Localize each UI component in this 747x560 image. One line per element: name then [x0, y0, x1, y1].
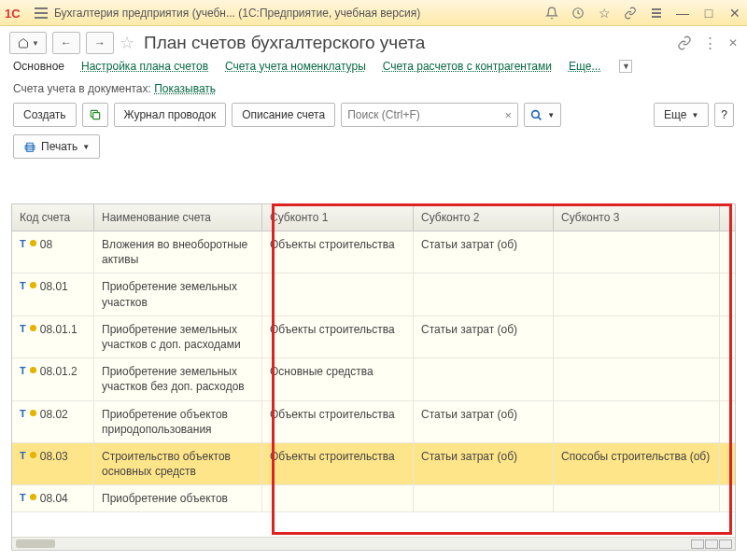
filter-link[interactable]: Показывать: [154, 82, 216, 95]
horizontal-scrollbar[interactable]: [12, 537, 735, 550]
system-icons: ☆ — □ ✕: [543, 5, 743, 21]
description-button[interactable]: Описание счета: [232, 103, 335, 127]
close-window-button[interactable]: ✕: [726, 5, 743, 21]
page-title: План счетов бухгалтерского учета: [144, 33, 671, 53]
history-icon[interactable]: [570, 5, 586, 21]
back-button[interactable]: ←: [52, 32, 80, 54]
col-header-name[interactable]: Наименование счета: [94, 204, 262, 231]
filter-label: Счета учета в документах:: [13, 82, 151, 95]
print-button[interactable]: Печать ▼: [13, 134, 100, 159]
table-row[interactable]: T08.03Строительство объектов основных ср…: [12, 443, 735, 485]
forward-button[interactable]: →: [86, 32, 114, 54]
window-title: Бухгалтерия предприятия (учебн... (1С:Пр…: [54, 7, 420, 20]
tab-more-dropdown[interactable]: ▼: [619, 60, 632, 73]
toolbar: Создать Журнал проводок Описание счета ×…: [0, 103, 747, 134]
accounts-table: Код счета Наименование счета Субконто 1 …: [11, 203, 736, 551]
table-row[interactable]: T08.01Приобретение земельных участков: [12, 273, 735, 315]
scrollbar-thumb[interactable]: [16, 539, 55, 548]
table-row[interactable]: T08.04Приобретение объектов: [12, 485, 735, 512]
svg-text:1С: 1С: [5, 7, 21, 21]
favorite-star-icon[interactable]: ☆: [120, 33, 134, 53]
app-logo: 1С: [4, 4, 28, 22]
svg-rect-5: [92, 113, 99, 119]
search-input-wrap[interactable]: ×: [341, 103, 518, 127]
table-wrapper: Код счета Наименование счета Субконто 1 …: [0, 203, 747, 551]
bell-icon[interactable]: [543, 5, 560, 21]
table-row[interactable]: T08Вложения во внеоборотные активыОбъект…: [12, 231, 735, 273]
journal-button[interactable]: Журнал проводок: [114, 103, 227, 127]
svg-point-6: [532, 110, 540, 118]
col-header-subconto2[interactable]: Субконто 2: [414, 204, 554, 231]
link-icon[interactable]: [622, 5, 639, 21]
table-row[interactable]: T08.01.2Приобретение земельных участков …: [12, 358, 735, 400]
table-header: Код счета Наименование счета Субконто 1 …: [12, 204, 735, 231]
tab-setup[interactable]: Настройка плана счетов: [81, 60, 208, 73]
col-header-subconto1[interactable]: Субконто 1: [262, 204, 414, 231]
menu-button[interactable]: [32, 4, 50, 22]
search-button[interactable]: ▼: [524, 103, 561, 127]
table-row[interactable]: T08.02Приобретение объектов природопольз…: [12, 401, 735, 443]
maximize-button[interactable]: □: [700, 5, 717, 21]
tab-more[interactable]: Еще...: [569, 60, 600, 73]
more-button[interactable]: Еще▼: [654, 103, 709, 127]
table-body[interactable]: T08Вложения во внеоборотные активыОбъект…: [12, 231, 735, 537]
titlebar: 1С Бухгалтерия предприятия (учебн... (1С…: [0, 0, 747, 26]
copy-button[interactable]: [82, 103, 108, 127]
close-page-button[interactable]: ✕: [728, 36, 738, 49]
col-header-subconto3[interactable]: Субконто 3: [554, 204, 720, 231]
clear-search-icon[interactable]: ×: [505, 108, 513, 122]
page-header: ▼ ← → ☆ План счетов бухгалтерского учета…: [0, 26, 747, 58]
tab-nomenclature[interactable]: Счета учета номенклатуры: [225, 60, 366, 73]
print-bar: Печать ▼: [0, 134, 747, 164]
search-input[interactable]: [347, 108, 504, 121]
attach-icon[interactable]: [677, 35, 692, 50]
help-button[interactable]: ?: [714, 103, 734, 127]
minimize-button[interactable]: —: [674, 5, 691, 21]
col-header-code[interactable]: Код счета: [12, 204, 94, 231]
overflow-icon[interactable]: [648, 5, 665, 21]
create-button[interactable]: Создать: [13, 103, 77, 127]
kebab-icon[interactable]: ⋮: [703, 35, 717, 51]
filter-line: Счета учета в документах: Показывать: [0, 82, 747, 103]
page-tabs: Основное Настройка плана счетов Счета уч…: [0, 58, 747, 82]
star-icon[interactable]: ☆: [596, 5, 613, 21]
home-dropdown-button[interactable]: ▼: [9, 32, 47, 54]
tab-main[interactable]: Основное: [13, 60, 64, 73]
table-row[interactable]: T08.01.1Приобретение земельных участков …: [12, 316, 735, 358]
tab-contragents[interactable]: Счета расчетов с контрагентами: [383, 60, 552, 73]
